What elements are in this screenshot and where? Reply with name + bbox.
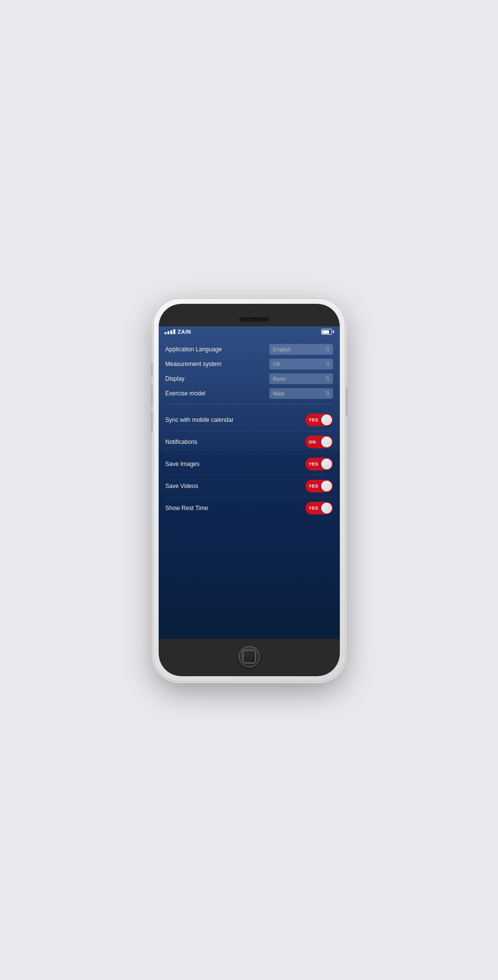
- save-images-text: YES: [309, 462, 321, 466]
- signal-icon: [165, 329, 175, 334]
- sync-calendar-track: YES: [306, 414, 333, 426]
- carrier-name: ZAIN: [178, 329, 191, 335]
- notifications-text: ON: [309, 440, 321, 444]
- volume-down-button[interactable]: [151, 411, 154, 433]
- measurement-select[interactable]: UK US Metric: [269, 359, 333, 369]
- battery-tip: [333, 330, 334, 333]
- home-button[interactable]: [238, 646, 260, 667]
- sensor-dot: [229, 318, 233, 321]
- power-button[interactable]: [345, 387, 348, 416]
- save-images-label: Save Images: [166, 461, 200, 467]
- language-dropdown-wrapper: English Arabic French ⇅: [269, 344, 333, 355]
- display-row: Display Basic Advanced ⇅: [166, 373, 333, 384]
- battery-icon: [321, 329, 334, 335]
- save-videos-text: YES: [309, 484, 321, 489]
- screen: ZAIN Application Language English: [159, 326, 340, 639]
- battery-fill: [322, 330, 329, 334]
- show-rest-time-toggle[interactable]: YES: [306, 502, 333, 514]
- bar2: [167, 331, 169, 334]
- settings-content: Application Language English Arabic Fren…: [159, 336, 340, 639]
- save-images-toggle[interactable]: YES: [306, 458, 333, 470]
- save-videos-row: Save Videos YES: [166, 475, 333, 497]
- notifications-label: Notifications: [166, 439, 197, 445]
- bar1: [165, 332, 166, 334]
- show-rest-time-track: YES: [306, 502, 333, 514]
- bar4: [173, 329, 175, 334]
- sync-calendar-thumb: [321, 415, 332, 425]
- top-bezel: [159, 304, 340, 326]
- earpiece-speaker: [239, 318, 269, 321]
- language-row: Application Language English Arabic Fren…: [166, 344, 333, 355]
- mute-button[interactable]: [151, 363, 154, 377]
- status-bar: ZAIN: [159, 326, 340, 336]
- display-dropdown-wrapper: Basic Advanced ⇅: [269, 373, 333, 384]
- save-videos-toggle[interactable]: YES: [306, 480, 333, 492]
- measurement-dropdown-wrapper: UK US Metric ⇅: [269, 359, 333, 369]
- measurement-row: Measurement system UK US Metric ⇅: [166, 359, 333, 369]
- language-select[interactable]: English Arabic French: [269, 344, 333, 355]
- notifications-thumb: [321, 437, 332, 447]
- sync-calendar-text: YES: [309, 417, 321, 422]
- save-images-track: YES: [306, 458, 333, 470]
- phone-screen: ZAIN Application Language English: [159, 304, 340, 676]
- volume-up-button[interactable]: [151, 385, 154, 407]
- sensors-area: [229, 318, 269, 321]
- sync-calendar-toggle[interactable]: YES: [306, 414, 333, 426]
- exercise-model-label: Exercise model: [166, 390, 269, 397]
- save-videos-track: YES: [306, 480, 333, 492]
- phone-frame: ZAIN Application Language English: [154, 299, 345, 681]
- show-rest-time-thumb: [321, 503, 332, 514]
- bottom-bezel: [159, 639, 340, 676]
- save-images-row: Save Images YES: [166, 453, 333, 475]
- home-button-inner: [242, 650, 256, 663]
- show-rest-time-label: Show Rest Time: [166, 505, 208, 512]
- save-images-thumb: [321, 459, 332, 469]
- save-videos-thumb: [321, 481, 332, 491]
- bar3: [170, 330, 172, 334]
- exercise-model-row: Exercise model Male Female ⇅: [166, 388, 333, 399]
- display-label: Display: [166, 375, 269, 382]
- display-select[interactable]: Basic Advanced: [269, 373, 333, 384]
- exercise-model-select[interactable]: Male Female: [269, 388, 333, 399]
- front-camera: [247, 310, 252, 315]
- show-rest-time-text: YES: [309, 506, 321, 511]
- language-label: Application Language: [166, 346, 269, 353]
- measurement-label: Measurement system: [166, 361, 269, 368]
- notifications-toggle[interactable]: ON: [306, 436, 333, 448]
- battery-body: [321, 329, 332, 335]
- sync-calendar-row: Sync with mobile calendar YES: [166, 409, 333, 431]
- notifications-track: ON: [306, 436, 333, 448]
- show-rest-time-row: Show Rest Time YES: [166, 497, 333, 519]
- sync-calendar-label: Sync with mobile calendar: [166, 416, 234, 423]
- section-divider: [166, 404, 333, 404]
- save-videos-label: Save Videos: [166, 483, 198, 490]
- notifications-row: Notifications ON: [166, 431, 333, 453]
- exercise-model-dropdown-wrapper: Male Female ⇅: [269, 388, 333, 399]
